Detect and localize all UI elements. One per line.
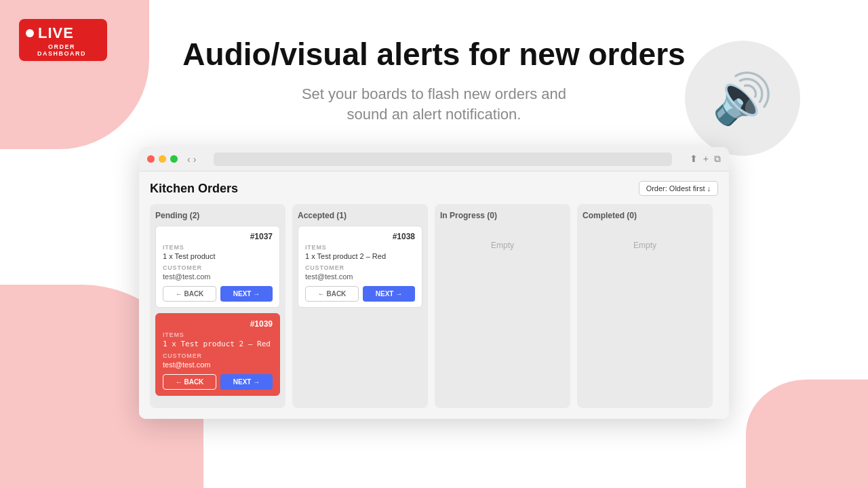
order-1037-actions: ← BACK NEXT → <box>163 286 273 302</box>
add-tab-icon[interactable]: + <box>703 153 709 165</box>
order-card-1037-header: #1037 <box>163 232 273 241</box>
order-1039-customer-label: CUSTOMER <box>163 352 273 359</box>
order-1038-number: #1038 <box>393 232 415 241</box>
columns-row: Pending (2) #1037 ITEMS 1 x Test product… <box>150 204 718 408</box>
order-1037-items: 1 x Test product <box>163 252 273 260</box>
page-subheadline: Set your boards to flash new orders ands… <box>302 84 566 126</box>
column-pending-header: Pending (2) <box>155 211 280 220</box>
order-card-1039: #1039 ITEMS 1 x Test product 2 – Red CUS… <box>155 313 280 396</box>
order-card-1038: #1038 ITEMS 1 x Test product 2 – Red CUS… <box>298 226 422 308</box>
order-1037-customer-label: CUSTOMER <box>163 264 273 271</box>
order-1039-customer: test@test.com <box>163 361 273 369</box>
order-1038-items-label: ITEMS <box>305 244 415 251</box>
order-1039-items: 1 x Test product 2 – Red <box>163 340 273 348</box>
column-accepted: Accepted (1) #1038 ITEMS 1 x Test produc… <box>292 204 428 408</box>
order-1039-items-label: ITEMS <box>163 331 273 338</box>
order-card-1037: #1037 ITEMS 1 x Test product CUSTOMER te… <box>155 226 280 308</box>
order-1039-back-button[interactable]: ← BACK <box>163 374 216 390</box>
live-dot <box>26 29 34 37</box>
column-pending: Pending (2) #1037 ITEMS 1 x Test product… <box>150 204 285 408</box>
live-label: LIVE <box>38 24 74 42</box>
share-icon[interactable]: ⬆ <box>690 153 698 165</box>
order-1039-actions: ← BACK NEXT → <box>163 374 273 390</box>
order-1038-actions: ← BACK NEXT → <box>305 286 415 302</box>
order-1037-items-label: ITEMS <box>163 244 273 251</box>
column-completed-header: Completed (0) <box>583 211 707 220</box>
order-1038-items: 1 x Test product 2 – Red <box>305 252 415 260</box>
order-1037-customer: test@test.com <box>163 272 273 281</box>
order-1038-customer-label: CUSTOMER <box>305 264 415 271</box>
nav-forward-icon[interactable]: › <box>193 154 197 165</box>
order-1038-next-button[interactable]: NEXT → <box>363 286 415 302</box>
order-1037-next-button[interactable]: NEXT → <box>220 286 273 302</box>
browser-action-buttons: ⬆ + ⧉ <box>690 153 721 165</box>
browser-dot-green[interactable] <box>170 155 178 163</box>
kitchen-title: Kitchen Orders <box>150 182 238 196</box>
order-sort-label: Order: Oldest first ↓ <box>646 184 711 192</box>
column-in-progress: In Progress (0) Empty <box>435 204 570 408</box>
order-1037-number: #1037 <box>250 232 273 241</box>
nav-back-icon[interactable]: ‹ <box>187 154 191 165</box>
kitchen-header: Kitchen Orders Order: Oldest first ↓ <box>150 181 718 196</box>
main-content: Audio/visual alerts for new orders Set y… <box>0 0 868 488</box>
kitchen-orders-content: Kitchen Orders Order: Oldest first ↓ Pen… <box>139 171 729 419</box>
order-card-1038-header: #1038 <box>305 232 415 241</box>
browser-window: ‹ › ⬆ + ⧉ Kitchen Orders Order: Oldest f… <box>139 147 729 419</box>
order-1039-number: #1039 <box>250 319 273 329</box>
in-progress-empty: Empty <box>440 241 565 250</box>
order-1037-back-button[interactable]: ← BACK <box>163 286 216 302</box>
live-badge: LIVE ORDER DASHBOARD <box>19 19 107 61</box>
order-sort-button[interactable]: Order: Oldest first ↓ <box>639 181 718 196</box>
browser-address-bar[interactable] <box>214 152 671 166</box>
browser-nav-controls: ‹ › <box>187 154 196 165</box>
live-subtitle: ORDER DASHBOARD <box>26 43 98 57</box>
browser-dot-yellow[interactable] <box>159 155 166 163</box>
page-headline: Audio/visual alerts for new orders <box>182 37 685 72</box>
more-icon[interactable]: ⧉ <box>714 153 721 165</box>
order-card-1039-header: #1039 <box>163 319 273 329</box>
column-accepted-header: Accepted (1) <box>298 211 422 220</box>
completed-empty: Empty <box>583 241 707 250</box>
browser-bar: ‹ › ⬆ + ⧉ <box>139 147 729 171</box>
order-1038-back-button[interactable]: ← BACK <box>305 286 359 302</box>
column-in-progress-header: In Progress (0) <box>440 211 565 220</box>
order-1039-next-button[interactable]: NEXT → <box>220 374 273 390</box>
order-1038-customer: test@test.com <box>305 272 415 281</box>
column-completed: Completed (0) Empty <box>577 204 713 408</box>
browser-dot-red[interactable] <box>147 155 155 163</box>
